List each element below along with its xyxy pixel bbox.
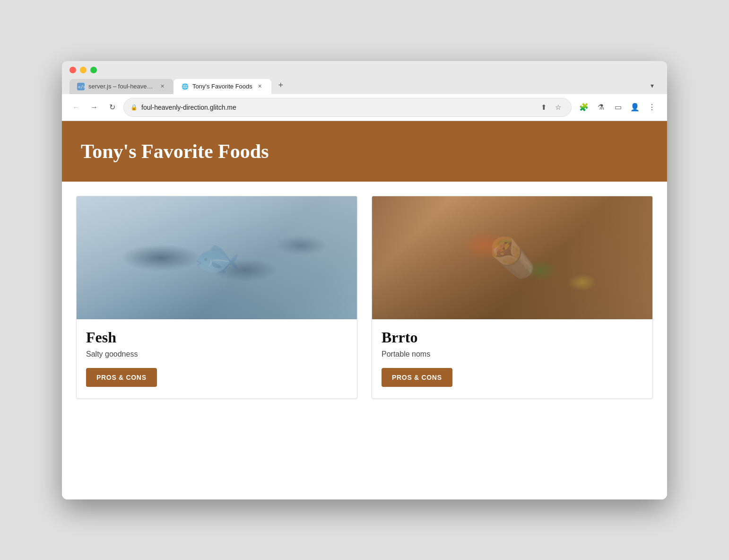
browser-window: </> server.js – foul-heavenly-di... ✕ 🌐 … (62, 61, 667, 499)
tab-tonys-close[interactable]: ✕ (256, 83, 264, 90)
tabs-dropdown-button[interactable]: ▾ (644, 78, 660, 93)
food-image-brrto (372, 196, 652, 319)
tab-tonys[interactable]: 🌐 Tony's Favorite Foods ✕ (174, 79, 271, 94)
tab-server-close[interactable]: ✕ (158, 83, 166, 90)
svg-text:</>: </> (78, 85, 85, 89)
lock-icon: 🔒 (130, 104, 138, 111)
food-card-fesh: Fesh Salty goodness PROS & CONS (76, 196, 357, 399)
code-icon: </> (77, 83, 85, 90)
labs-button[interactable]: ⚗ (593, 100, 608, 115)
food-card-body-brrto: Brrto Portable noms PROS & CONS (372, 319, 652, 398)
maximize-button[interactable] (90, 67, 97, 73)
tab-server-label: server.js – foul-heavenly-di... (88, 83, 155, 90)
minimize-button[interactable] (80, 67, 87, 73)
food-card-brrto: Brrto Portable noms PROS & CONS (372, 196, 653, 399)
bookmark-button[interactable]: ☆ (551, 101, 564, 114)
page-header: Tony's Favorite Foods (62, 121, 667, 182)
reload-button[interactable]: ↻ (105, 101, 119, 114)
food-name-fesh: Fesh (86, 329, 347, 346)
url-text: foul-heavenly-direction.glitch.me (141, 104, 533, 111)
tab-tonys-label: Tony's Favorite Foods (192, 83, 252, 90)
extensions-button[interactable]: 🧩 (576, 100, 591, 115)
address-bar: ← → ↻ 🔒 foul-heavenly-direction.glitch.m… (62, 94, 667, 121)
page-content: Tony's Favorite Foods Fesh Salty goodnes… (62, 121, 667, 499)
page-title: Tony's Favorite Foods (81, 140, 648, 163)
food-desc-fesh: Salty goodness (86, 350, 347, 359)
tab-server[interactable]: </> server.js – foul-heavenly-di... ✕ (69, 79, 174, 94)
forward-button[interactable]: → (87, 101, 101, 114)
share-button[interactable]: ⬆ (537, 101, 550, 114)
close-button[interactable] (69, 67, 76, 73)
food-card-body-fesh: Fesh Salty goodness PROS & CONS (77, 319, 357, 398)
browser-actions: 🧩 ⚗ ▭ 👤 ⋮ (576, 100, 660, 115)
url-actions: ⬆ ☆ (537, 101, 564, 114)
window-controls (69, 67, 660, 73)
tabs-bar: </> server.js – foul-heavenly-di... ✕ 🌐 … (69, 78, 660, 94)
food-image-fesh (77, 196, 357, 319)
pros-cons-button-fesh[interactable]: PROS & CONS (86, 368, 157, 387)
profile-button[interactable]: 👤 (627, 100, 642, 115)
new-tab-button[interactable]: + (273, 78, 288, 93)
globe-icon: 🌐 (181, 83, 189, 90)
pros-cons-button-brrto[interactable]: PROS & CONS (382, 368, 452, 387)
url-bar[interactable]: 🔒 foul-heavenly-direction.glitch.me ⬆ ☆ (123, 98, 572, 117)
title-bar: </> server.js – foul-heavenly-di... ✕ 🌐 … (62, 61, 667, 94)
split-button[interactable]: ▭ (610, 100, 625, 115)
food-grid: Fesh Salty goodness PROS & CONS Brrto Po… (62, 182, 667, 413)
back-button[interactable]: ← (69, 101, 83, 114)
menu-button[interactable]: ⋮ (644, 100, 660, 115)
food-desc-brrto: Portable noms (382, 350, 643, 359)
food-name-brrto: Brrto (382, 329, 643, 346)
